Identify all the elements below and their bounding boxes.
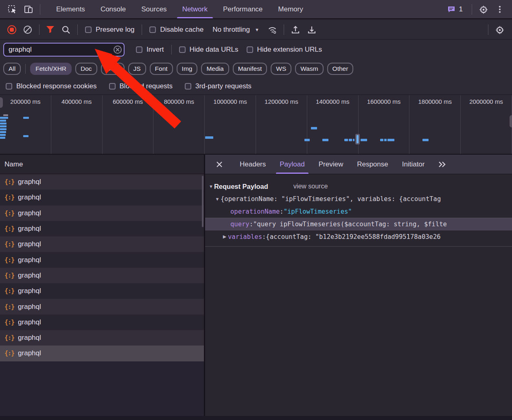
waterfall-bar [23, 117, 29, 119]
table-row[interactable]: {:}graphql [0, 315, 204, 330]
chevron-down-icon: ▼ [255, 27, 259, 32]
checkbox[interactable] [185, 83, 191, 90]
checkbox[interactable] [6, 83, 12, 90]
tab-sources[interactable]: Sources [133, 0, 174, 18]
payload-operation-row[interactable]: operationName: "ipFlowTimeseries" [205, 205, 512, 218]
json-request-icon: {:} [4, 319, 14, 326]
divider [284, 24, 284, 35]
close-icon[interactable] [214, 159, 225, 170]
detail-tab-preview[interactable]: Preview [312, 155, 350, 174]
filter-3rd-party-requests-toggle[interactable]: 3rd-party requests [185, 82, 252, 90]
detail-tab-payload[interactable]: Payload [273, 155, 311, 174]
throttling-dropdown[interactable]: No throttling ▼ [212, 26, 259, 34]
checkbox[interactable] [85, 26, 92, 33]
chip-ws[interactable]: WS [271, 63, 291, 75]
menu-dots-icon[interactable] [495, 4, 505, 14]
name-column-header[interactable]: Name [0, 155, 204, 174]
chip-media[interactable]: Media [201, 63, 229, 75]
request-detail-panel: HeadersPayloadPreviewResponseInitiator ▼… [205, 155, 512, 416]
checkbox[interactable] [149, 26, 156, 33]
checkbox[interactable] [109, 83, 116, 90]
checkbox[interactable] [136, 46, 142, 53]
tab-console[interactable]: Console [93, 0, 133, 18]
request-name: graphql [18, 349, 41, 357]
tab-performance[interactable]: Performance [215, 0, 270, 18]
export-har-icon[interactable] [307, 25, 317, 35]
more-tabs-icon[interactable] [437, 160, 447, 169]
network-settings-gear-icon[interactable] [495, 25, 505, 35]
tab-network[interactable]: Network [175, 0, 215, 18]
disclosure-triangle-icon[interactable]: ▼ [214, 197, 221, 201]
filter-blocked-requests-toggle[interactable]: Blocked requests [109, 82, 173, 90]
chip-js[interactable]: JS [128, 63, 146, 75]
waterfall-bar [0, 117, 8, 119]
filter-input[interactable] [3, 43, 125, 57]
payload-variables-row[interactable]: ▶ variables: {accountTag: "b12e3b2192ee5… [205, 230, 512, 243]
table-row[interactable]: {:}graphql [0, 268, 204, 283]
scrollbar-thumb[interactable] [202, 176, 203, 227]
chip-manifest[interactable]: Manifest [233, 63, 267, 75]
network-conditions-icon[interactable] [267, 25, 277, 35]
table-row[interactable]: {:}graphql [0, 346, 204, 361]
view-source-link[interactable]: view source [293, 183, 328, 190]
chip-css[interactable]: CSS [101, 63, 125, 75]
chip-font[interactable]: Font [150, 63, 173, 75]
payload-value: "ipFlowTimeseries" [284, 208, 352, 215]
checkbox-label: Invert [147, 46, 164, 54]
inspect-element-icon[interactable] [7, 4, 17, 14]
chip-fetch-xhr[interactable]: Fetch/XHR [30, 63, 72, 75]
main-split: Name {:}graphql{:}graphql{:}graphql{:}gr… [0, 155, 512, 416]
hide-extension-urls-toggle[interactable]: Hide extension URLs [247, 46, 322, 54]
tab-memory[interactable]: Memory [270, 0, 311, 18]
payload-value: {accountTag: "b12e3b2192ee5588fdad995178… [266, 233, 440, 241]
clear-filter-icon[interactable] [114, 46, 122, 54]
payload-summary-row[interactable]: ▼ {operationName: "ipFlowTimeseries", va… [205, 192, 512, 205]
filter-funnel-icon[interactable] [46, 26, 54, 33]
clear-icon[interactable] [23, 25, 33, 35]
table-row[interactable]: {:}graphql [0, 299, 204, 314]
chip-img[interactable]: Img [177, 63, 198, 75]
payload-query-row[interactable]: query: "query ipFlowTimeseries($accountT… [205, 218, 512, 230]
disclosure-triangle-icon[interactable]: ▶ [221, 234, 228, 239]
table-row[interactable]: {:}graphql [0, 252, 204, 267]
payload-key: operationName [230, 208, 280, 215]
checkbox-label: Hide data URLs [190, 46, 238, 54]
throttling-value: No throttling [212, 26, 250, 34]
record-button[interactable] [7, 25, 16, 34]
chip-wasm[interactable]: Wasm [295, 63, 323, 75]
search-icon[interactable] [61, 25, 71, 35]
import-har-icon[interactable] [291, 25, 300, 35]
table-row[interactable]: {:}graphql [0, 221, 204, 236]
table-row[interactable]: {:}graphql [0, 190, 204, 205]
chip-doc[interactable]: Doc [75, 63, 97, 75]
tab-elements[interactable]: Elements [48, 0, 93, 18]
checkbox-label: Preserve log [96, 26, 134, 34]
preserve-log-toggle[interactable]: Preserve log [85, 26, 134, 34]
chip-all[interactable]: All [3, 63, 21, 75]
detail-tabs: HeadersPayloadPreviewResponseInitiator [233, 155, 431, 174]
checkbox[interactable] [179, 46, 186, 53]
network-overview[interactable]: 200000 ms400000 ms600000 ms800000 ms1000… [0, 95, 512, 155]
requests-panel: Name {:}graphql{:}graphql{:}graphql{:}gr… [0, 155, 204, 416]
request-name: graphql [18, 193, 41, 201]
disable-cache-toggle[interactable]: Disable cache [149, 26, 203, 34]
chip-other[interactable]: Other [327, 63, 354, 75]
hide-data-urls-toggle[interactable]: Hide data URLs [179, 46, 238, 54]
table-row[interactable]: {:}graphql [0, 174, 204, 190]
checkbox[interactable] [247, 46, 253, 53]
table-row[interactable]: {:}graphql [0, 330, 204, 346]
table-row[interactable]: {:}graphql [0, 236, 204, 252]
disclosure-triangle-icon[interactable]: ▼ [209, 184, 213, 189]
issues-indicator[interactable]: 1 [447, 5, 463, 14]
waterfall-bar [387, 139, 394, 141]
invert-toggle[interactable]: Invert [136, 46, 164, 54]
network-toolbar: Preserve log Disable cache No throttling… [0, 20, 512, 39]
settings-gear-icon[interactable] [479, 4, 488, 14]
detail-tab-response[interactable]: Response [350, 155, 395, 174]
detail-tab-headers[interactable]: Headers [233, 155, 273, 174]
table-row[interactable]: {:}graphql [0, 206, 204, 221]
filter-blocked-response-cookies-toggle[interactable]: Blocked response cookies [6, 82, 97, 90]
table-row[interactable]: {:}graphql [0, 283, 204, 299]
device-toolbar-icon[interactable] [24, 4, 33, 14]
detail-tab-initiator[interactable]: Initiator [395, 155, 432, 174]
